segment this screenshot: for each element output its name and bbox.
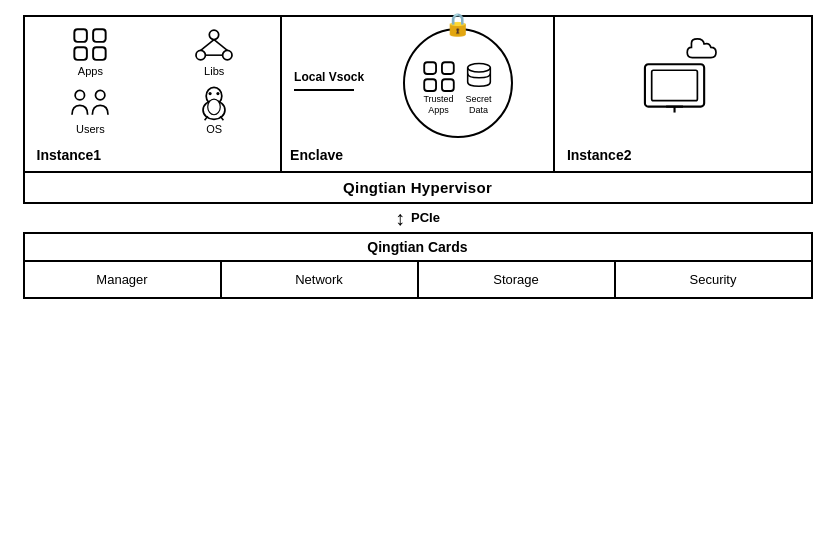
secret-data-icon [462, 60, 496, 94]
os-label: OS [206, 123, 222, 135]
trusted-apps-item: TrustedApps [420, 60, 458, 116]
svg-rect-26 [651, 70, 697, 100]
svg-point-11 [96, 90, 105, 99]
pcie-label: PCIe [411, 210, 440, 225]
svg-line-8 [214, 39, 227, 50]
svg-point-10 [76, 90, 85, 99]
svg-point-4 [210, 30, 219, 39]
hypervisor-box: Apps Libs [23, 15, 813, 204]
svg-rect-22 [424, 79, 436, 91]
os-icon [194, 85, 234, 121]
libs-icon-item: Libs [160, 27, 268, 77]
svg-point-6 [223, 50, 232, 59]
pcie-area: ↕ PCIe [23, 204, 813, 232]
instance2-panel: Instance2 [555, 17, 811, 171]
svg-rect-21 [441, 62, 453, 74]
svg-rect-20 [424, 62, 436, 74]
users-icon [70, 85, 110, 121]
architecture-diagram: Apps Libs [23, 15, 813, 545]
apps-icon [70, 27, 110, 63]
instance1-label: Instance1 [37, 141, 269, 163]
svg-point-15 [217, 92, 220, 95]
trusted-apps-icon [420, 60, 458, 94]
hypervisor-label: Qingtian Hypervisor [25, 173, 811, 202]
svg-point-24 [467, 63, 490, 71]
enclave-panel: Local Vsock 🔒 [282, 17, 555, 171]
libs-label: Libs [204, 65, 224, 77]
enclave-label: Enclave [290, 141, 343, 163]
vsock-line [294, 89, 354, 91]
users-icon-item: Users [37, 85, 145, 135]
card-network: Network [222, 262, 419, 297]
secret-data-item: SecretData [462, 60, 496, 116]
pcie-arrow-icon: ↕ [395, 208, 405, 228]
card-security: Security [616, 262, 811, 297]
svg-line-7 [201, 39, 214, 50]
instance1-icons-grid: Apps Libs [37, 27, 269, 135]
os-icon-item: OS [160, 85, 268, 135]
apps-label: Apps [78, 65, 103, 77]
svg-rect-23 [441, 79, 453, 91]
apps-icon-item: Apps [37, 27, 145, 77]
secret-data-label: SecretData [465, 94, 491, 116]
instances-row: Apps Libs [25, 17, 811, 173]
trusted-apps-label: TrustedApps [423, 94, 453, 116]
svg-point-5 [196, 50, 205, 59]
card-manager: Manager [25, 262, 222, 297]
svg-rect-2 [75, 47, 88, 60]
lock-icon: 🔒 [444, 12, 471, 38]
vsock-area: Local Vsock [290, 70, 370, 94]
vsock-label: Local Vsock [294, 70, 364, 84]
instance2-label: Instance2 [567, 141, 632, 163]
enclave-circle: 🔒 [403, 28, 513, 138]
cloud-monitor-icon [628, 37, 738, 117]
card-storage: Storage [419, 262, 616, 297]
enclave-inner-icons: TrustedApps [420, 60, 496, 116]
instance1-panel: Apps Libs [25, 17, 283, 171]
cards-title: Qingtian Cards [25, 234, 811, 262]
users-label: Users [76, 123, 105, 135]
cards-items-row: Manager Network Storage Security [25, 262, 811, 297]
libs-icon [194, 27, 234, 63]
enclave-content: Local Vsock 🔒 [290, 25, 545, 141]
svg-point-14 [209, 92, 212, 95]
svg-rect-1 [94, 29, 107, 42]
instance2-cloud-icon [567, 37, 799, 117]
enclave-circle-wrap: 🔒 [370, 28, 545, 138]
cards-box: Qingtian Cards Manager Network Storage S… [23, 232, 813, 299]
svg-rect-3 [94, 47, 107, 60]
svg-rect-0 [75, 29, 88, 42]
